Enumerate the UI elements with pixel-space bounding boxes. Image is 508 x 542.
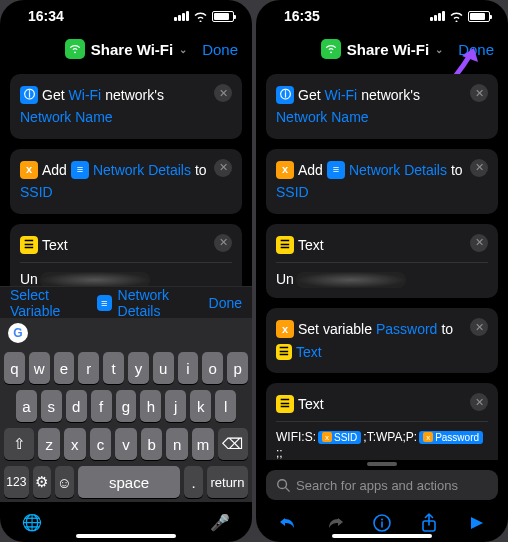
space-key[interactable]: space: [78, 466, 181, 498]
nav-bar: Share Wi-Fi ⌄ Done: [0, 32, 252, 66]
magic-var-icon: ≡: [97, 295, 112, 311]
key-q[interactable]: q: [4, 352, 25, 384]
svg-point-3: [381, 519, 383, 521]
page-title[interactable]: Share Wi-Fi ⌄: [321, 39, 443, 59]
var-pill-icon: x: [276, 161, 294, 179]
clear-icon[interactable]: ✕: [470, 234, 488, 252]
right-screenshot: 16:35 Share Wi-Fi ⌄ Done ✕ ⓘ Get Wi-Fi n…: [256, 0, 508, 542]
magic-var-icon: ≡: [71, 161, 89, 179]
backspace-key[interactable]: ⌫: [218, 428, 248, 460]
signal-icon: [430, 11, 445, 21]
clear-icon[interactable]: ✕: [214, 234, 232, 252]
mic-icon[interactable]: 🎤: [210, 513, 230, 532]
info-button[interactable]: [371, 512, 393, 534]
action-get-network[interactable]: ✕ ⓘ Get Wi-Fi network's Network Name: [10, 74, 242, 139]
chevron-down-icon: ⌄: [179, 44, 187, 55]
text-value[interactable]: Un: [276, 271, 294, 287]
wifi-badge-icon: [321, 39, 341, 59]
keyboard: qwertyuiop asdfghjkl ⇧ zxcvbnm ⌫ 123 ⚙ ☺…: [0, 348, 252, 502]
svg-rect-4: [381, 522, 383, 528]
action-text-2[interactable]: ✕ ☰ Text WIFI:S: xSSID ;T:WPA;P: xPasswo…: [266, 383, 498, 460]
var-pill-icon: x: [20, 161, 38, 179]
grabber-handle[interactable]: [367, 462, 397, 466]
wifi-pill-icon: ⓘ: [276, 86, 294, 104]
search-icon: [276, 478, 290, 492]
chevron-down-icon: ⌄: [435, 44, 443, 55]
var-pill-icon: x: [276, 320, 294, 338]
status-bar: 16:35: [256, 0, 508, 32]
right-actions-list: ✕ ⓘ Get Wi-Fi network's Network Name ✕ x…: [256, 66, 508, 460]
numbers-key[interactable]: 123: [4, 466, 29, 498]
clock: 16:34: [28, 8, 64, 24]
settings-key[interactable]: ⚙: [33, 466, 52, 498]
clear-icon[interactable]: ✕: [214, 159, 232, 177]
action-add-to-variable[interactable]: ✕ x Add ≡ Network Details to SSID: [10, 149, 242, 214]
keyboard-accessory: Select Variable ≡ Network Details Done: [0, 286, 252, 318]
text-pill-icon: ☰: [276, 236, 294, 254]
redacted-icon: [296, 272, 406, 288]
password-variable-token[interactable]: xPassword: [419, 431, 483, 444]
nav-bar: Share Wi-Fi ⌄ Done: [256, 32, 508, 66]
select-variable-button[interactable]: Select Variable: [10, 287, 97, 319]
magic-var-icon: ≡: [327, 161, 345, 179]
action-text[interactable]: ✕ ☰ Text Un: [10, 224, 242, 286]
text-pill-icon: ☰: [276, 395, 294, 413]
home-indicator[interactable]: [76, 534, 176, 538]
wifi-pill-icon: ⓘ: [20, 86, 38, 104]
svg-line-1: [286, 488, 290, 492]
home-indicator[interactable]: [332, 534, 432, 538]
undo-button[interactable]: [277, 512, 299, 534]
redo-button[interactable]: [324, 512, 346, 534]
action-get-network[interactable]: ✕ ⓘ Get Wi-Fi network's Network Name: [266, 74, 498, 139]
status-bar: 16:34: [0, 0, 252, 32]
text-value[interactable]: Un: [20, 271, 38, 286]
search-placeholder: Search for apps and actions: [296, 478, 458, 493]
action-set-variable[interactable]: ✕ x Set variable Password to ☰ Text: [266, 308, 498, 373]
period-key[interactable]: .: [184, 466, 203, 498]
accessory-var-button[interactable]: Network Details: [118, 287, 209, 319]
text-pill-icon: ☰: [20, 236, 38, 254]
return-key[interactable]: return: [207, 466, 248, 498]
clear-icon[interactable]: ✕: [470, 393, 488, 411]
share-button[interactable]: [418, 512, 440, 534]
left-actions-list: ✕ ⓘ Get Wi-Fi network's Network Name ✕ x…: [0, 66, 252, 286]
clock: 16:35: [284, 8, 320, 24]
done-button[interactable]: Done: [202, 41, 238, 58]
wifi-icon: [449, 11, 464, 22]
action-text[interactable]: ✕ ☰ Text Un: [266, 224, 498, 299]
key-row-4: 123 ⚙ ☺ space . return: [4, 466, 248, 498]
play-button[interactable]: [465, 512, 487, 534]
page-title[interactable]: Share Wi-Fi ⌄: [65, 39, 187, 59]
emoji-key[interactable]: ☺: [55, 466, 74, 498]
done-button[interactable]: Done: [458, 41, 494, 58]
battery-icon: [212, 11, 234, 22]
left-screenshot: 16:34 Share Wi-Fi ⌄ Done ✕ ⓘ Get Wi-Fi n…: [0, 0, 252, 542]
key-row-1: qwertyuiop: [4, 352, 248, 384]
wifi-string-value[interactable]: WIFI:S: xSSID ;T:WPA;P: xPassword ;;: [276, 421, 488, 460]
clear-icon[interactable]: ✕: [470, 84, 488, 102]
status-icons: [430, 11, 490, 22]
accessory-done-button[interactable]: Done: [209, 295, 242, 311]
ssid-variable-token[interactable]: xSSID: [318, 431, 361, 444]
status-icons: [174, 11, 234, 22]
search-input[interactable]: Search for apps and actions: [266, 470, 498, 500]
battery-icon: [468, 11, 490, 22]
google-icon[interactable]: G: [8, 323, 28, 343]
action-add-to-variable[interactable]: ✕ x Add ≡ Network Details to SSID: [266, 149, 498, 214]
key-row-2: asdfghjkl: [4, 390, 248, 422]
text-pill-icon: ☰: [276, 344, 292, 360]
clear-icon[interactable]: ✕: [214, 84, 232, 102]
globe-icon[interactable]: 🌐: [22, 513, 42, 532]
signal-icon: [174, 11, 189, 21]
clear-icon[interactable]: ✕: [470, 159, 488, 177]
wifi-icon: [193, 11, 208, 22]
shift-key[interactable]: ⇧: [4, 428, 34, 460]
redacted-icon: [40, 272, 150, 286]
wifi-badge-icon: [65, 39, 85, 59]
predictive-bar: G: [0, 318, 252, 348]
key-row-3: ⇧ zxcvbnm ⌫: [4, 428, 248, 460]
